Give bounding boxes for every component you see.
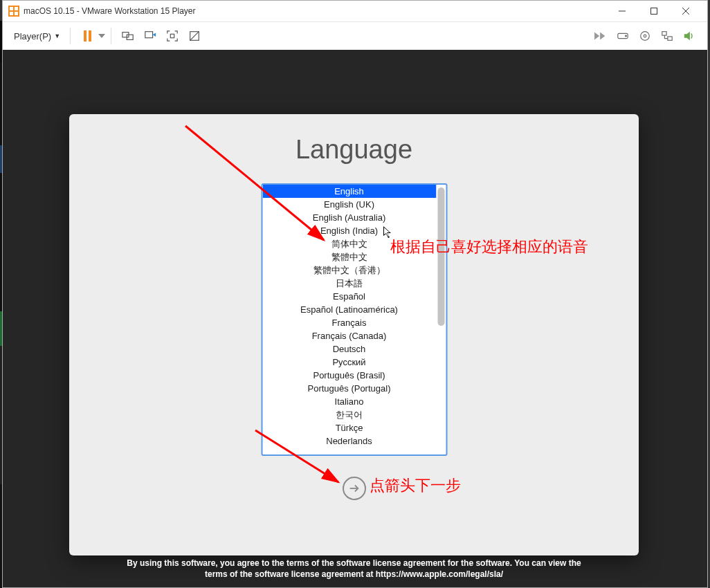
vmware-player-window: macOS 10.15 - VMware Workstation 15 Play… [2, 0, 708, 588]
svg-line-32 [255, 430, 338, 482]
pause-vm-button[interactable] [80, 29, 94, 43]
svg-line-16 [190, 32, 199, 41]
svg-line-30 [185, 126, 324, 240]
toolbar-separator [111, 28, 111, 44]
svg-rect-1 [10, 7, 13, 10]
svg-marker-17 [594, 33, 599, 40]
annotation-language-arrow [179, 119, 400, 257]
annotation-next-text: 点箭头下一步 [370, 475, 461, 496]
svg-marker-9 [98, 34, 105, 38]
pause-dropdown-button[interactable] [98, 29, 105, 43]
svg-rect-24 [668, 37, 672, 40]
svg-rect-14 [170, 34, 174, 37]
hard-disk-icon[interactable] [616, 29, 630, 43]
send-ctrl-alt-del-button[interactable] [121, 29, 135, 43]
svg-rect-23 [662, 32, 666, 35]
sound-icon[interactable] [682, 29, 696, 43]
annotation-language-text: 根据自己喜好选择相应的语音 [390, 237, 588, 257]
svg-rect-12 [145, 32, 153, 38]
svg-rect-4 [15, 12, 18, 15]
fast-forward-icon[interactable] [594, 29, 608, 43]
vmware-toolbar: Player(P) ▼ [3, 21, 707, 50]
window-titlebar: macOS 10.15 - VMware Workstation 15 Play… [3, 1, 707, 21]
pause-icon [84, 30, 91, 42]
dropdown-caret-icon: ▼ [54, 33, 60, 39]
svg-rect-2 [15, 7, 18, 10]
window-maximize-button[interactable] [638, 1, 670, 21]
fullscreen-button[interactable] [165, 29, 179, 43]
window-minimize-button[interactable] [606, 1, 638, 21]
license-footer-text: By using this software, you agree to the… [69, 558, 639, 580]
network-adapter-icon[interactable] [660, 29, 674, 43]
svg-marker-13 [153, 33, 156, 37]
svg-rect-3 [10, 12, 13, 15]
svg-rect-6 [651, 8, 657, 15]
svg-point-20 [626, 35, 627, 37]
window-title: macOS 10.15 - VMware Workstation 15 Play… [24, 6, 196, 16]
unity-mode-button[interactable] [188, 29, 201, 43]
window-close-button[interactable] [670, 1, 702, 21]
svg-marker-25 [684, 32, 690, 41]
svg-marker-18 [600, 33, 605, 40]
player-menu[interactable]: Player(P) ▼ [10, 28, 64, 44]
svg-point-22 [644, 35, 646, 37]
vmware-app-icon [8, 6, 19, 17]
cd-dvd-icon[interactable] [638, 29, 652, 43]
toolbar-separator [70, 28, 71, 44]
annotation-next-arrow [248, 423, 387, 506]
svg-point-21 [641, 32, 650, 41]
player-menu-label: Player(P) [14, 31, 51, 42]
manage-vm-button[interactable] [143, 29, 157, 43]
vm-display-area: Language EnglishEnglish (UK)English (Aus… [3, 50, 707, 587]
